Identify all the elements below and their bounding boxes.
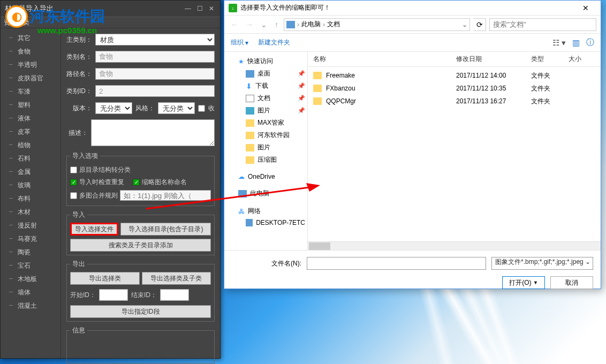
main-cat-select[interactable]: 材质 [95,34,215,46]
sidebar-item-label: 此电脑 [250,189,269,198]
import-options-fieldset: 导入选项 原目录结构转分类 ✓导入时检查重复 ✓缩略图名称命名 多图合并规则 [66,151,215,206]
filetype-select[interactable]: 图象文件*.bmp;*.gif;*.jpg;*.jpeg ⌄ [491,257,593,270]
tree-item[interactable]: 石料 [1,152,60,165]
chevron-right-icon[interactable]: › [323,21,325,28]
tree-item[interactable]: 木材 [1,206,60,219]
maximize-icon[interactable]: ☐ [195,4,204,13]
version-select[interactable]: 无分类 [95,102,132,114]
tree-item[interactable]: 木地板 [1,272,60,286]
tree-item[interactable]: 金属 [1,165,60,179]
sidebar-item[interactable]: ★快速访问 [224,55,307,67]
sidebar-item[interactable]: 文档📌 [224,92,307,104]
sidebar-item[interactable]: DESKTOP-7ETC [224,217,307,228]
refresh-icon[interactable]: ⟳ [473,18,486,31]
tree-item[interactable]: 皮肤器官 [1,72,60,85]
dialog-toolbar: 组织 ▾ 新建文件夹 ☷ ▾ ▥ ⓘ [224,34,601,52]
sidebar-item[interactable]: 桌面📌 [224,67,307,80]
import-dir-button[interactable]: 导入选择目录(包含子目录) [120,223,211,236]
category-tree[interactable]: 其它食物半透明皮肤器官车漆塑料液体皮革植物石料金属玻璃布料木材漫反射马赛克陶瓷宝… [1,28,61,358]
file-list[interactable]: Freemake2017/11/12 14:00文件夹FXbanzou2017/… [308,67,601,241]
tree-item[interactable]: 液体 [1,112,60,125]
col-size[interactable]: 大小 [569,55,595,64]
check-icon[interactable]: ✓ [133,179,140,186]
folder-icon [313,97,322,105]
end-id-input[interactable] [160,289,189,301]
close-app-icon[interactable]: ✕ [207,4,216,13]
file-row[interactable]: Freemake2017/11/12 14:00文件夹 [308,69,601,82]
preview-pane-icon[interactable]: ▥ [572,38,580,48]
tree-item[interactable]: 食物 [1,45,60,58]
sidebar-item[interactable]: 🖧网络 [224,205,307,217]
chevron-right-icon[interactable]: › [297,21,299,28]
tree-item[interactable]: 玻璃 [1,179,60,192]
up-icon[interactable]: ↑ [272,20,281,29]
sidebar-item[interactable]: 图片📌 [224,104,307,117]
recent-icon[interactable]: ⌄ [259,20,269,29]
search-add-button[interactable]: 搜索类及子类目录添加 [70,239,211,252]
tree-item[interactable]: 植物 [1,139,60,152]
tree-item[interactable]: 皮革 [1,125,60,139]
sidebar-item[interactable]: 此电脑 [224,187,307,200]
sidebar-item-label: 下载 [255,81,268,90]
sidebar-item[interactable]: MAX管家 [224,117,307,129]
tree-item[interactable]: 混凝土 [1,299,60,313]
col-name[interactable]: 名称 [313,55,456,64]
minimize-icon[interactable]: — [184,4,192,13]
sidebar-item[interactable]: ⬇下载📌 [224,80,307,92]
collect-checkbox[interactable] [198,105,205,112]
tree-item[interactable]: 布料 [1,192,60,206]
sidebar-item[interactable]: 压缩图 [224,154,307,166]
new-folder-button[interactable]: 新建文件夹 [258,38,290,47]
export-cat-button[interactable]: 导出选择类 [70,272,140,285]
import-file-button[interactable]: 导入选择文件 [70,223,118,236]
file-row[interactable]: QQPCMgr2017/11/13 16:27文件夹 [308,95,601,108]
dialog-sidebar[interactable]: ★快速访问桌面📌⬇下载📌文档📌图片📌MAX管家河东软件园图片压缩图☁OneDri… [224,52,308,250]
tree-item[interactable]: 塑料 [1,98,60,112]
tree-item[interactable]: 陶瓷 [1,246,60,259]
tree-item[interactable]: 车漆 [1,85,60,98]
pin-icon: 📌 [298,107,305,114]
close-icon[interactable]: ✕ [575,4,596,12]
desc-textarea[interactable] [91,119,215,146]
filename-input[interactable] [307,257,486,270]
file-row[interactable]: FXbanzou2017/11/12 10:35文件夹 [308,82,601,95]
dialog-app-icon: ↓ [229,4,237,12]
open-button[interactable]: 打开(O) ▼ [502,276,545,289]
forward-icon[interactable]: → [244,20,255,29]
chevron-down-icon[interactable]: ⌄ [462,21,467,28]
file-list-header[interactable]: 名称 修改日期 类型 大小 [308,52,601,67]
horizontal-scrollbar[interactable] [308,241,601,250]
organize-menu[interactable]: 组织 ▾ [231,38,248,47]
tree-item[interactable]: 宝石 [1,259,60,272]
tree-item[interactable]: 漫反射 [1,219,60,232]
style-select[interactable]: 无分类 [158,102,195,114]
tree-item[interactable]: 其它 [1,32,60,45]
tree-item[interactable]: 半透明 [1,58,60,72]
col-type[interactable]: 类型 [531,55,569,64]
col-date[interactable]: 修改日期 [456,55,531,64]
tree-item[interactable]: 马赛克 [1,232,60,246]
back-icon[interactable]: ← [229,20,240,29]
tree-item[interactable]: 墙体 [1,286,60,299]
chk-struct[interactable] [70,166,77,173]
chk-merge[interactable] [70,192,77,199]
cancel-button[interactable]: 取消 [550,276,593,289]
help-icon[interactable]: ⓘ [586,37,594,48]
sidebar-item[interactable]: 图片 [224,141,307,154]
form-panel: 主类别： 材质 类别名： 路径名： 类别ID： 版本： 无分类 风格： [61,28,220,358]
export-sub-button[interactable]: 导出选择类及子类 [142,272,211,285]
merge-hint-input[interactable] [120,190,211,201]
sidebar-item[interactable]: 河东软件园 [224,129,307,141]
breadcrumb-docs[interactable]: 文档 [327,20,340,29]
check-icon[interactable]: ✓ [70,179,77,186]
breadcrumb[interactable]: › 此电脑 › 文档 ⌄ [284,18,470,31]
view-options-icon[interactable]: ☷ ▾ [552,38,566,48]
pin-icon: 📌 [298,95,305,102]
sidebar-item-label: 图片 [257,106,270,115]
export-id-button[interactable]: 导出指定ID段 [70,305,211,318]
filename-label: 文件名(N): [232,259,301,268]
start-id-input[interactable] [99,289,128,301]
sidebar-item[interactable]: ☁OneDrive [224,171,307,182]
search-input[interactable] [489,18,596,31]
breadcrumb-pc[interactable]: 此电脑 [301,20,321,29]
